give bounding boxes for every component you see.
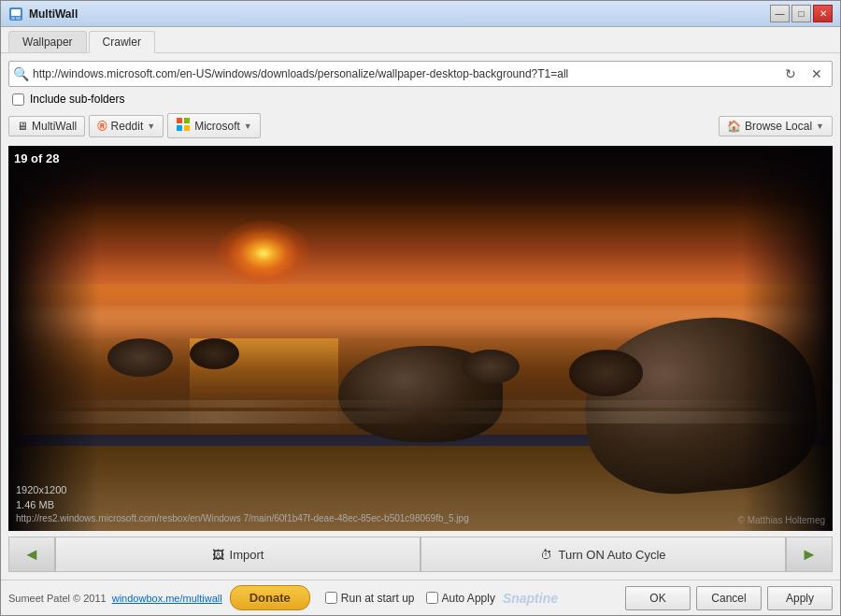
url-icon: 🔍 xyxy=(13,66,29,81)
footer-brand: Snaptine xyxy=(503,591,558,606)
next-button[interactable]: ► xyxy=(786,537,833,572)
url-input[interactable] xyxy=(33,67,776,80)
import-icon: 🖼 xyxy=(212,548,224,562)
house-icon: 🏠 xyxy=(727,120,741,133)
run-startup-checkbox[interactable] xyxy=(325,592,337,604)
content-area: 🔍 ↻ ✕ Include sub-folders 🖥 MultiWall ® … xyxy=(1,53,840,580)
prev-icon: ◄ xyxy=(23,545,40,565)
image-filesize: 1.46 MB xyxy=(16,498,469,512)
close-button[interactable]: ✕ xyxy=(813,5,833,22)
sun-glow xyxy=(217,221,310,286)
footer-buttons: OK Cancel Apply xyxy=(625,586,833,610)
image-info: 1920x1200 1.46 MB http://res2.windows.mi… xyxy=(16,483,469,525)
website-link[interactable]: windowbox.me/multiwall xyxy=(112,593,222,604)
timer-icon: ⏱ xyxy=(540,548,552,562)
browse-local-dropdown-icon: ▼ xyxy=(816,122,824,131)
reddit-icon: ® xyxy=(97,119,107,134)
toolbar: 🖥 MultiWall ® Reddit ▼ xyxy=(8,111,833,140)
microsoft-button[interactable]: Microsoft ▼ xyxy=(167,113,261,138)
clear-url-button[interactable]: ✕ xyxy=(805,64,828,84)
reddit-button[interactable]: ® Reddit ▼ xyxy=(89,115,164,137)
url-bar: 🔍 ↻ ✕ xyxy=(8,61,833,87)
title-bar: MultiWall — □ ✕ xyxy=(1,1,840,27)
auto-apply-checkbox[interactable] xyxy=(426,592,438,604)
main-window: MultiWall — □ ✕ Wallpaper Crawler 🔍 ↻ ✕ … xyxy=(0,0,841,616)
image-url: http://res2.windows.microsoft.com/resbox… xyxy=(16,512,469,525)
image-resolution: 1920x1200 xyxy=(16,483,469,497)
toolbar-left: 🖥 MultiWall ® Reddit ▼ xyxy=(8,113,261,138)
monitor-icon: 🖥 xyxy=(17,120,28,133)
svg-rect-1 xyxy=(11,9,21,16)
auto-cycle-button[interactable]: ⏱ Turn ON Auto Cycle xyxy=(420,537,786,572)
rock-small-2 xyxy=(190,338,239,369)
tab-crawler[interactable]: Crawler xyxy=(89,31,155,53)
wave-2 xyxy=(50,400,791,408)
cancel-button[interactable]: Cancel xyxy=(696,586,762,610)
svg-rect-5 xyxy=(184,118,190,123)
include-subfolders-label: Include sub-folders xyxy=(30,93,124,106)
vignette-right xyxy=(742,146,833,531)
microsoft-dropdown-icon: ▼ xyxy=(244,122,252,131)
title-buttons: — □ ✕ xyxy=(770,5,833,22)
image-counter: 19 of 28 xyxy=(14,151,59,165)
microsoft-icon xyxy=(176,117,191,135)
window-title: MultiWall xyxy=(29,7,78,21)
restore-button[interactable]: □ xyxy=(791,5,811,22)
svg-rect-7 xyxy=(184,125,190,131)
ok-button[interactable]: OK xyxy=(625,586,691,610)
include-subfolders-row: Include sub-folders xyxy=(8,93,833,106)
prev-button[interactable]: ◄ xyxy=(8,537,55,572)
bottom-controls: ◄ 🖼 Import ⏱ Turn ON Auto Cycle ► xyxy=(8,537,833,572)
multiwall-button[interactable]: 🖥 MultiWall xyxy=(8,116,85,136)
footer-options: Run at start up Auto Apply xyxy=(325,592,495,605)
svg-rect-6 xyxy=(177,125,182,131)
horizon-band xyxy=(8,284,833,315)
vignette-left xyxy=(8,146,99,531)
svg-rect-2 xyxy=(11,17,15,20)
run-startup-label: Run at start up xyxy=(341,592,415,605)
donate-button[interactable]: Donate xyxy=(230,585,310,610)
rock-small-4 xyxy=(569,350,643,395)
app-icon xyxy=(8,7,23,21)
copyright-text: Sumeet Patel © 2011 xyxy=(8,593,107,604)
image-watermark: © Matthias Holtemeg xyxy=(737,515,825,525)
image-viewer: 19 of 28 xyxy=(8,146,833,531)
minimize-button[interactable]: — xyxy=(770,5,790,22)
run-startup-option: Run at start up xyxy=(325,592,415,605)
import-button[interactable]: 🖼 Import xyxy=(55,537,420,572)
title-bar-left: MultiWall xyxy=(8,7,78,21)
tab-wallpaper[interactable]: Wallpaper xyxy=(8,31,87,52)
next-icon: ► xyxy=(801,545,818,565)
footer: Sumeet Patel © 2011 windowbox.me/multiwa… xyxy=(1,580,840,615)
brand-text: Snaptine xyxy=(503,591,558,606)
browse-local-button[interactable]: 🏠 Browse Local ▼ xyxy=(719,116,833,136)
auto-apply-label: Auto Apply xyxy=(442,592,495,605)
tab-bar: Wallpaper Crawler xyxy=(1,27,840,53)
apply-button[interactable]: Apply xyxy=(767,586,833,610)
auto-apply-option: Auto Apply xyxy=(426,592,495,605)
footer-left: Sumeet Patel © 2011 windowbox.me/multiwa… xyxy=(8,593,222,604)
wallpaper-canvas: 1920x1200 1.46 MB http://res2.windows.mi… xyxy=(8,146,833,531)
reddit-dropdown-icon: ▼ xyxy=(147,122,155,131)
include-subfolders-checkbox[interactable] xyxy=(12,93,24,106)
wave-1 xyxy=(8,411,833,423)
svg-rect-3 xyxy=(16,17,21,20)
refresh-button[interactable]: ↻ xyxy=(779,64,802,84)
svg-rect-4 xyxy=(177,118,182,123)
